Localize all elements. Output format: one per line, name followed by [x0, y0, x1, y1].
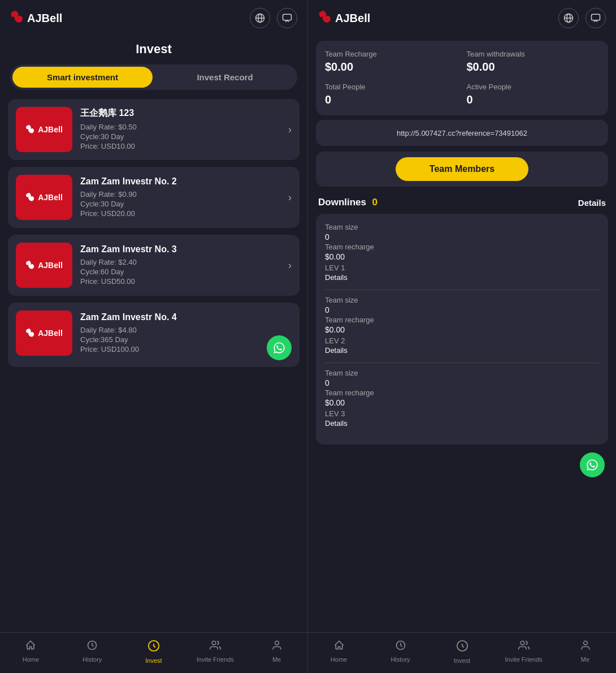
nav-invest-left[interactable]: Invest — [123, 637, 185, 666]
nav-home-left[interactable]: Home — [0, 637, 62, 666]
card-price-2: Price: USD20.00 — [80, 209, 276, 218]
nav-history-label-right: History — [391, 656, 410, 663]
team-details-card: Team size 0 Team recharge $0.00 LEV 1 De… — [316, 214, 608, 445]
svg-point-14 — [520, 641, 524, 645]
team-level-3: Team size 0 Team recharge $0.00 LEV 3 De… — [325, 369, 599, 428]
nav-me-label-left: Me — [272, 656, 281, 663]
lev1-tag: LEV 1 — [325, 264, 599, 272]
bottom-nav-left: Home History Invest Invite Friends — [0, 632, 307, 673]
lev3-teamsize-label: Team size — [325, 369, 599, 377]
lev1-teamsize-label: Team size — [325, 223, 599, 231]
invest-card-3[interactable]: AJBell Zam Zam Investr No. 3 Daily Rate:… — [8, 235, 300, 296]
card-info-4: Zam Zam Investr No. 4 Daily Rate: $4.80 … — [80, 312, 292, 355]
stat-team-recharge: Team Recharge $0.00 — [325, 50, 458, 74]
invest-page-title: Invest — [0, 36, 307, 64]
nav-invest-right[interactable]: Invest — [431, 637, 493, 666]
card-name-1: 王企鹅库 123 — [80, 107, 276, 119]
stats-card: Team Recharge $0.00 Team withdrawals $0.… — [316, 41, 608, 115]
team-recharge-value: $0.00 — [325, 61, 458, 74]
nav-me-left[interactable]: Me — [246, 637, 307, 666]
whatsapp-btn-right[interactable] — [580, 452, 605, 477]
team-recharge-label: Team Recharge — [325, 50, 458, 58]
invest-icon-right — [456, 640, 468, 655]
card-price-3: Price: USD50.00 — [80, 277, 276, 286]
card-daily-rate-4: Daily Rate: $4.80 — [80, 326, 292, 334]
smart-investment-tab[interactable]: Smart investment — [12, 67, 153, 88]
globe-icon-btn-right[interactable] — [558, 8, 579, 28]
nav-home-label-right: Home — [331, 656, 347, 663]
card-name-4: Zam Zam Investr No. 4 — [80, 312, 292, 322]
nav-history-left[interactable]: History — [62, 637, 123, 666]
logo-text-right: AJBell — [335, 12, 370, 25]
nav-me-right[interactable]: Me — [554, 637, 616, 666]
lev3-recharge-label: Team recharge — [325, 389, 599, 397]
details-link[interactable]: Details — [578, 198, 606, 208]
ref-link-card[interactable]: http://5.007427.cc?reference=73491062 — [316, 120, 608, 146]
card-logo-3: AJBell — [16, 243, 72, 288]
team-members-button[interactable]: Team Members — [396, 157, 528, 181]
lev3-tag: LEV 3 — [325, 409, 599, 418]
chat-icon-btn-right[interactable] — [585, 8, 606, 28]
lev2-teamsize-value: 0 — [325, 305, 599, 314]
lev2-details[interactable]: Details — [325, 346, 599, 355]
invest-icon-left — [148, 640, 160, 655]
card-cycle-4: Cycle:365 Day — [80, 335, 292, 344]
whatsapp-btn-card4[interactable] — [267, 335, 292, 360]
card-logo-text-1: AJBell — [38, 125, 63, 134]
team-members-container: Team Members — [316, 152, 608, 187]
invite-icon-left — [210, 640, 221, 654]
card-arrow-2: › — [288, 192, 292, 204]
nav-home-right[interactable]: Home — [308, 637, 370, 666]
lev2-recharge-label: Team recharge — [325, 316, 599, 324]
downlines-count: 0 — [372, 197, 377, 208]
header-icons-right — [558, 8, 606, 28]
invest-screen: AJBell Invest — [0, 0, 308, 673]
invest-card-1[interactable]: AJBell 王企鹅库 123 Daily Rate: $0.50 Cycle:… — [8, 99, 300, 160]
nav-invite-label-right: Invite Friends — [505, 656, 542, 663]
card-logo-text-4: AJBell — [38, 329, 63, 338]
svg-rect-3 — [283, 14, 292, 20]
svg-point-6 — [212, 641, 216, 645]
lev1-recharge-label: Team recharge — [325, 243, 599, 251]
invest-card-2[interactable]: AJBell Zam Zam Investr No. 2 Daily Rate:… — [8, 167, 300, 228]
active-people-value: 0 — [467, 93, 600, 106]
card-logo-2: AJBell — [16, 175, 72, 220]
logo-text-left: AJBell — [27, 12, 62, 25]
lev3-teamsize-value: 0 — [325, 378, 599, 387]
nav-invest-label-right: Invest — [454, 657, 470, 664]
card-logo-1: AJBell — [16, 107, 72, 152]
invest-card-4[interactable]: AJBell Zam Zam Investr No. 4 Daily Rate:… — [8, 303, 300, 367]
history-icon-left — [86, 640, 98, 654]
investment-cards-list: AJBell 王企鹅库 123 Daily Rate: $0.50 Cycle:… — [0, 99, 307, 632]
card-price-1: Price: USD10.00 — [80, 142, 276, 150]
downlines-header: Downlines 0 Details — [308, 192, 616, 212]
header-right: AJBell — [308, 0, 616, 36]
team-level-1: Team size 0 Team recharge $0.00 LEV 1 De… — [325, 223, 599, 282]
header-icons-left — [250, 8, 297, 28]
svg-point-15 — [583, 641, 587, 645]
nav-invite-right[interactable]: Invite Friends — [493, 637, 554, 666]
globe-icon-btn-left[interactable] — [250, 8, 270, 28]
header-left: AJBell — [0, 0, 307, 36]
card-logo-icon-2 — [25, 192, 36, 204]
screen2-content: Team Recharge $0.00 Team withdrawals $0.… — [308, 36, 616, 632]
nav-history-right[interactable]: History — [370, 637, 431, 666]
card-logo-4: AJBell — [16, 310, 72, 356]
card-price-4: Price: USD100.00 — [80, 345, 292, 353]
ref-link-text: http://5.007427.cc?reference=73491062 — [397, 129, 527, 137]
chat-icon-btn-left[interactable] — [277, 8, 297, 28]
nav-invite-label-left: Invite Friends — [197, 656, 234, 663]
nav-invite-left[interactable]: Invite Friends — [184, 637, 246, 666]
lev3-details[interactable]: Details — [325, 419, 599, 428]
home-icon-left — [25, 640, 36, 654]
lev1-details[interactable]: Details — [325, 273, 599, 282]
card-name-2: Zam Zam Investr No. 2 — [80, 176, 276, 187]
card-cycle-3: Cycle:60 Day — [80, 268, 276, 276]
lev2-teamsize-label: Team size — [325, 296, 599, 304]
divider-1 — [325, 290, 599, 290]
logo-icon-right — [318, 9, 333, 27]
invest-record-tab[interactable]: Invest Record — [155, 67, 295, 88]
lev2-tag: LEV 2 — [325, 336, 599, 345]
me-icon-left — [271, 640, 283, 654]
card-logo-text-3: AJBell — [38, 261, 63, 270]
